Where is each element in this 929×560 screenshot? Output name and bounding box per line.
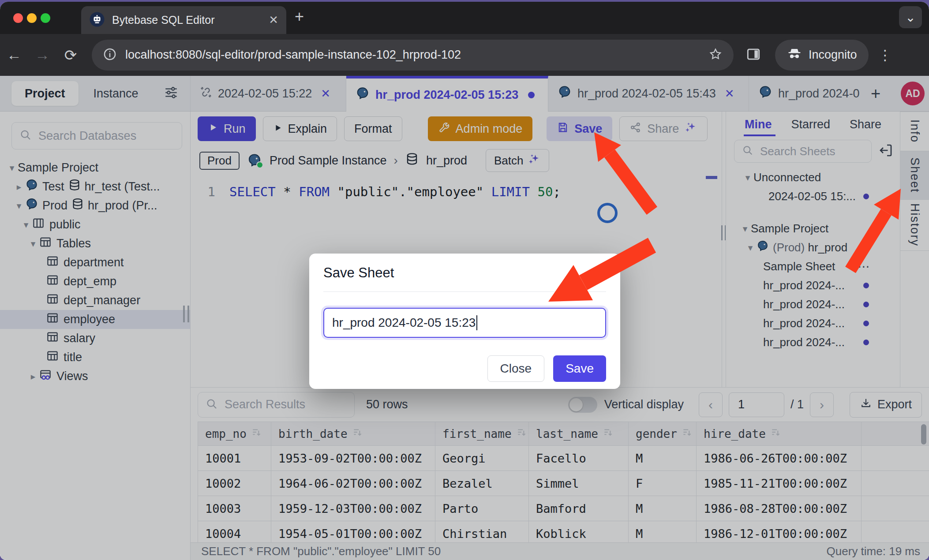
bytebase-favicon [89, 11, 105, 29]
zoom-window-button[interactable] [41, 13, 50, 23]
sheet-name-value: hr_prod 2024-02-05 15:23 [332, 316, 476, 330]
window-controls [13, 13, 50, 23]
bookmark-star-icon[interactable] [708, 47, 723, 63]
back-button[interactable]: ← [0, 46, 28, 63]
new-tab-button[interactable]: + [295, 9, 304, 25]
incognito-badge: Incognito [775, 40, 869, 71]
incognito-icon [787, 45, 802, 64]
text-cursor [476, 315, 477, 330]
minimize-window-button[interactable] [27, 13, 37, 23]
browser-toolbar: ← → ⟳ localhost:8080/sql-editor/prod-sam… [0, 34, 929, 76]
dialog-title: Save Sheet [323, 265, 394, 281]
browser-menu-icon[interactable]: ⋮ [878, 47, 892, 63]
site-info-icon[interactable] [102, 47, 117, 63]
save-sheet-dialog: Save Sheet ✕ hr_prod 2024-02-05 15:23 Cl… [309, 254, 620, 389]
browser-tab-title: Bytebase SQL Editor [112, 14, 269, 26]
sheet-name-input[interactable]: hr_prod 2024-02-05 15:23 [323, 308, 606, 338]
chevron-down-icon: ⌄ [905, 10, 915, 25]
browser-window: Bytebase SQL Editor ✕ + ⌄ ← → ⟳ localhos… [0, 2, 929, 560]
incognito-label: Incognito [809, 48, 857, 62]
address-bar[interactable]: localhost:8080/sql-editor/prod-sample-in… [92, 40, 734, 71]
tab-search-button[interactable]: ⌄ [899, 6, 922, 28]
close-label: Close [500, 362, 532, 376]
close-dialog-icon[interactable]: ✕ [595, 265, 606, 281]
reload-button[interactable]: ⟳ [56, 46, 85, 64]
save-label: Save [566, 362, 594, 376]
side-panel-icon[interactable] [745, 46, 762, 64]
browser-tabstrip: Bytebase SQL Editor ✕ + ⌄ [0, 2, 929, 34]
close-tab-icon[interactable]: ✕ [269, 13, 278, 27]
dialog-save-button[interactable]: Save [553, 355, 606, 382]
browser-tab[interactable]: Bytebase SQL Editor ✕ [81, 6, 286, 34]
dialog-close-button[interactable]: Close [487, 355, 545, 382]
close-window-button[interactable] [13, 13, 23, 23]
forward-button[interactable]: → [28, 46, 56, 63]
dialog-divider [323, 291, 606, 292]
url-text: localhost:8080/sql-editor/prod-sample-in… [125, 48, 708, 62]
